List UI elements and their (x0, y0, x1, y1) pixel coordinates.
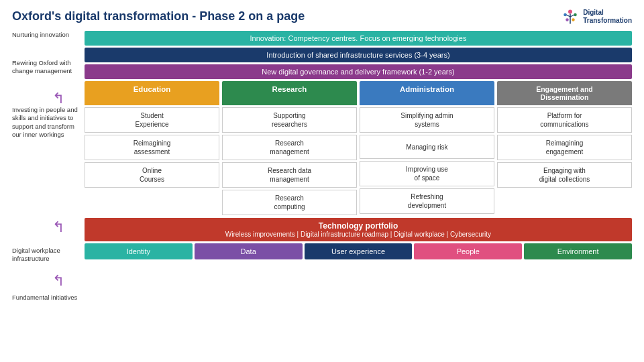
cell-research-computing: Researchcomputing (222, 190, 357, 215)
label-fundamental: Fundamental initiatives (12, 294, 79, 302)
cell-refreshing-dev: Refreshingdevelopment (360, 188, 494, 214)
cell-simplifying-admin: Simplifying adminsystems (360, 107, 494, 133)
arrow-up-2: ↰ (52, 219, 64, 236)
page-title: Oxford's digital transformation - Phase … (12, 7, 305, 23)
column-cells: StudentExperience Reimaginingassessment … (85, 107, 632, 215)
main-layout: Nurturing innovation Rewiring Oxford wit… (12, 31, 632, 333)
left-labels: Nurturing innovation Rewiring Oxford wit… (12, 31, 85, 333)
col-engagement-cells: Platform forcommunications Reimaginingen… (497, 107, 632, 188)
header: Oxford's digital transformation - Phase … (12, 7, 632, 27)
cell-managing-risk: Managing risk (360, 135, 494, 159)
band-teal: Innovation: Competency centres. Focus on… (85, 31, 632, 46)
col-research-cells: Supportingresearchers Researchmanagement… (222, 107, 357, 215)
page: Oxford's digital transformation - Phase … (0, 0, 644, 362)
fund-env: Environment (524, 243, 632, 259)
cell-reimagining-engagement: Reimaginingengagement (497, 135, 632, 160)
content-area: Innovation: Competency centres. Focus on… (85, 31, 632, 333)
cell-research-mgmt: Researchmanagement (222, 135, 357, 160)
label-digital-workplace: Digital workplace infrastructure (12, 247, 79, 263)
col-header-education: Education (85, 81, 219, 105)
fundamental-band: Identity Data User experience People Env… (85, 243, 632, 259)
fund-ux: User experience (305, 243, 413, 259)
col-header-research: Research (222, 81, 357, 105)
label-investing: Investing in people and skills and initi… (12, 106, 79, 139)
cell-reimagining-assess: Reimaginingassessment (85, 135, 219, 160)
svg-point-3 (572, 18, 575, 21)
label-nurturing: Nurturing innovation (12, 31, 69, 39)
col-header-admin: Administration (360, 81, 494, 105)
cell-supporting-researchers: Supportingresearchers (222, 107, 357, 133)
tech-portfolio-title: Technology portfolio (91, 221, 625, 231)
svg-point-0 (568, 10, 572, 14)
column-headers: Education Research Administration Engage… (85, 81, 632, 105)
fund-identity: Identity (85, 243, 193, 259)
svg-line-7 (566, 15, 570, 17)
cell-research-data: Research datamanagement (222, 162, 357, 188)
cell-online-courses: OnlineCourses (85, 162, 219, 188)
label-rewiring: Rewiring Oxford with change management (12, 59, 85, 76)
arrow-up-1: ↰ (52, 90, 64, 107)
col-education-cells: StudentExperience Reimaginingassessment … (85, 107, 219, 188)
logo: Digital Transformation (560, 7, 632, 27)
cell-platform-comms: Platform forcommunications (497, 107, 632, 133)
fund-people: People (414, 243, 522, 259)
tech-portfolio-band: Technology portfolio Wireless improvemen… (85, 218, 632, 241)
band-navy: Introduction of shared infrastructure se… (85, 48, 632, 62)
cell-student-exp: StudentExperience (85, 107, 219, 133)
band-purple: New digital governance and delivery fram… (85, 64, 632, 79)
col-admin-cells: Simplifying adminsystems Managing risk I… (360, 107, 494, 214)
svg-point-4 (566, 18, 569, 21)
fund-data: Data (195, 243, 303, 259)
tech-portfolio-subtitle: Wireless improvements | Digital infrastr… (91, 231, 625, 238)
cell-improving-space: Improving useof space (360, 161, 494, 186)
cell-engaging-digital: Engaging withdigital collections (497, 162, 632, 188)
col-header-engagement: Engagement andDissemination (497, 81, 632, 105)
arrow-up-3: ↰ (52, 272, 64, 290)
svg-line-6 (570, 15, 574, 17)
logo-icon (560, 7, 580, 27)
